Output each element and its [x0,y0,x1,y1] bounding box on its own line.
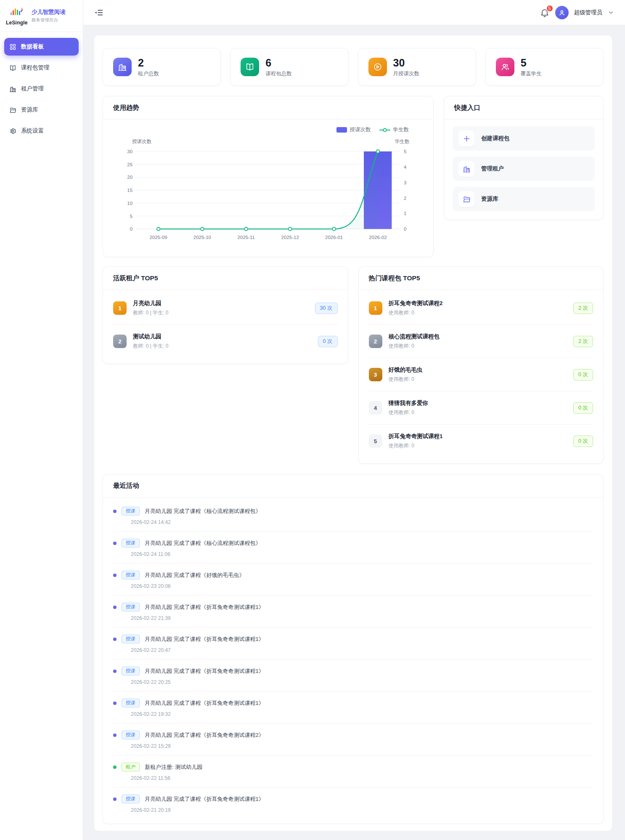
svg-text:30: 30 [127,149,132,154]
svg-text:15: 15 [127,188,132,193]
stat-label: 课程包总数 [265,70,292,77]
sidebar-collapse-button[interactable] [94,7,105,18]
user-name[interactable]: 超级管理员 [574,9,603,16]
active-tenants-list: 1 月亮幼儿园 教师: 0 | 学生: 0 30 次 2 测试幼儿 [103,290,348,364]
legend-label: 授课次数 [350,126,371,133]
svg-text:2: 2 [404,196,406,201]
sidebar-item-label: 资源库 [21,106,38,114]
dashboard-panel: 2 租户总数 6 课程包总数 [94,35,612,831]
stat-card-course-packages: 6 课程包总数 [230,48,348,86]
rank-badge: 3 [369,368,382,381]
play-icon [368,58,387,76]
activity-dot [113,542,117,545]
activity-time: 2026-02-22 11:56 [131,775,593,781]
building-icon [9,85,16,93]
building-icon [458,161,474,177]
svg-text:2025-09: 2025-09 [149,235,167,240]
svg-text:5: 5 [404,149,406,154]
main-area: 5 超级管理员 [83,0,625,840]
sidebar-item-resources[interactable]: 资源库 [4,101,79,119]
app-root: LeSingle 少儿智慧阅读 服务管理后台 数据看板 [0,0,625,840]
course-row: 1 折耳兔奇奇测试课程2 使用教师: 0 2 次 [369,292,593,325]
course-count-badge: 2 次 [573,303,593,314]
course-name: 核心流程测试课程包 [389,333,440,340]
legend-item-students[interactable]: 学生数 [379,126,409,133]
svg-text:2026-02: 2026-02 [369,235,387,240]
app-title: 少儿智慧阅读 [32,8,66,16]
activity-row-tenant: 租户 新租户注册: 测试幼儿园 2026-02-22 11:56 [113,756,593,788]
quick-item-create-course[interactable]: 创建课程包 [453,126,595,151]
left-axis-ticks: 30 25 20 15 10 5 0 [127,149,132,231]
svg-text:2026-01: 2026-01 [325,235,343,240]
tenant-count-badge: 30 次 [315,303,338,314]
activity-tag: 授课 [122,603,140,611]
activity-time: 2026-02-22 20:47 [131,647,593,653]
tenant-name: 月亮幼儿园 [133,300,168,307]
legend-item-lessons[interactable]: 授课次数 [336,126,371,133]
sidebar-item-course-packages[interactable]: 课程包管理 [4,59,79,77]
chevron-down-icon[interactable] [608,9,614,16]
tenant-meta: 教师: 0 | 学生: 0 [133,343,168,350]
active-tenants-card: 活跃租户 TOP5 1 月亮幼儿园 教师: 0 | 学生: 0 30 次 [103,266,348,364]
svg-text:1: 1 [404,211,406,216]
svg-text:3: 3 [404,180,406,185]
quick-item-label: 管理租户 [481,165,504,173]
sidebar-item-tenants[interactable]: 租户管理 [4,80,79,98]
quick-item-resources[interactable]: 资源库 [453,187,595,211]
tenant-count-badge: 0 次 [318,336,338,347]
sidebar-item-settings[interactable]: 系统设置 [4,122,79,140]
stat-label: 覆盖学生 [521,70,542,77]
svg-text:4: 4 [404,165,407,170]
legend-label: 学生数 [393,126,409,133]
activity-tag: 授课 [122,635,140,643]
sidebar-item-dashboard[interactable]: 数据看板 [4,38,79,56]
stat-value: 2 [138,57,159,69]
legend-line-swatch [379,128,390,133]
course-name: 猜猜我有多爱你 [389,399,429,407]
rank-badge: 1 [113,301,127,315]
course-row: 4 猜猜我有多爱你 使用教师: 0 0 次 [369,391,593,425]
stat-cards: 2 租户总数 6 课程包总数 [103,48,604,86]
folder-icon [9,106,16,114]
course-name: 折耳兔奇奇测试课程1 [389,433,443,440]
folder-icon [458,191,474,207]
course-count-badge: 0 次 [573,369,593,380]
activity-dot [113,606,117,609]
trend-chart-svg: 授课次数 学生数 [113,136,423,249]
course-count-badge: 0 次 [573,402,593,414]
tenant-row: 1 月亮幼儿园 教师: 0 | 学生: 0 30 次 [113,292,338,325]
notifications-button[interactable]: 5 [540,8,550,18]
gear-icon [9,128,16,135]
app-subtitle: 服务管理后台 [32,17,66,23]
students-icon [496,58,514,76]
book-icon [9,64,16,72]
activity-row: 授课 月亮幼儿园 完成了课程《核心流程测试课程包》 2026-02-24 14:… [113,500,593,532]
stat-value: 30 [393,57,420,69]
activity-tag: 授课 [122,539,140,548]
activity-row: 授课 月亮幼儿园 完成了课程《折耳兔奇奇测试课程1》 2026-02-22 19… [113,692,593,724]
activity-tag: 授课 [122,795,140,803]
stat-label: 租户总数 [138,70,159,77]
avatar[interactable] [555,6,569,19]
activity-dot [113,574,117,577]
rank-badge: 5 [369,434,382,448]
legend-bar-swatch [336,127,347,133]
rank-badge: 2 [369,335,382,348]
course-count-badge: 0 次 [573,436,593,447]
rank-badge: 2 [113,335,127,348]
logo: LeSingle 少儿智慧阅读 服务管理后台 [0,0,83,32]
activity-text: 月亮幼儿园 完成了课程《核心流程测试课程包》 [145,540,261,547]
topbar: 5 超级管理员 [83,0,625,25]
activity-tag: 授课 [122,507,140,516]
tenant-name: 测试幼儿园 [133,333,168,340]
brand-logo: LeSingle [6,6,28,26]
activity-tag: 授课 [122,699,140,707]
book-icon [241,58,259,76]
activity-dot [113,702,117,705]
quick-entry-list: 创建课程包 管理租户 [444,120,603,220]
activity-text: 月亮幼儿园 完成了课程《折耳兔奇奇测试课程1》 [145,667,264,675]
quick-item-manage-tenants[interactable]: 管理租户 [453,157,595,181]
activity-text: 月亮幼儿园 完成了课程《折耳兔奇奇测试课程1》 [145,699,264,707]
usage-trend-title: 使用趋势 [103,96,433,120]
stat-card-students: 5 覆盖学生 [485,48,604,86]
